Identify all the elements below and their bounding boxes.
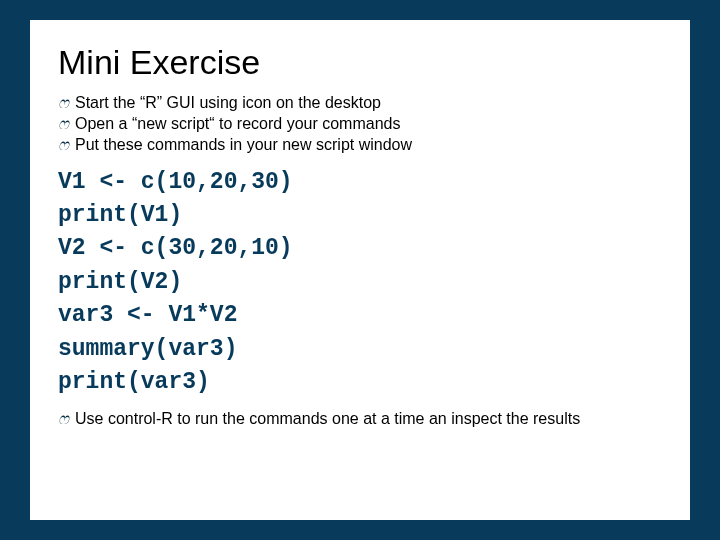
bullet-glyph-icon: ෆ [58, 409, 69, 430]
bullet-item: ෆ Open a “new script“ to record your com… [58, 114, 662, 135]
slide-frame: Mini Exercise ෆ Start the “R” GUI using … [0, 0, 720, 540]
bullet-text: Start the “R” GUI using icon on the desk… [75, 93, 662, 114]
bullet-text: Open a “new script“ to record your comma… [75, 114, 662, 135]
bullet-glyph-icon: ෆ [58, 93, 69, 114]
after-bullets: ෆ Use control-R to run the commands one … [58, 409, 662, 430]
code-line: V2 <- c(30,20,10) [58, 235, 293, 261]
intro-bullets: ෆ Start the “R” GUI using icon on the de… [58, 93, 662, 155]
code-block: V1 <- c(10,20,30) print(V1) V2 <- c(30,2… [58, 166, 662, 399]
bullet-glyph-icon: ෆ [58, 114, 69, 135]
bullet-text: Use control-R to run the commands one at… [75, 409, 662, 429]
slide-title: Mini Exercise [58, 44, 662, 81]
bullet-item: ෆ Start the “R” GUI using icon on the de… [58, 93, 662, 114]
code-line: V1 <- c(10,20,30) [58, 169, 293, 195]
code-line: print(var3) [58, 369, 210, 395]
bullet-text: Put these commands in your new script wi… [75, 135, 662, 156]
bullet-glyph-icon: ෆ [58, 135, 69, 156]
code-line: print(V1) [58, 202, 182, 228]
code-line: print(V2) [58, 269, 182, 295]
code-line: summary(var3) [58, 336, 237, 362]
code-line: var3 <- V1*V2 [58, 302, 237, 328]
bullet-item: ෆ Put these commands in your new script … [58, 135, 662, 156]
bullet-item: ෆ Use control-R to run the commands one … [58, 409, 662, 430]
slide-content: Mini Exercise ෆ Start the “R” GUI using … [30, 20, 690, 520]
